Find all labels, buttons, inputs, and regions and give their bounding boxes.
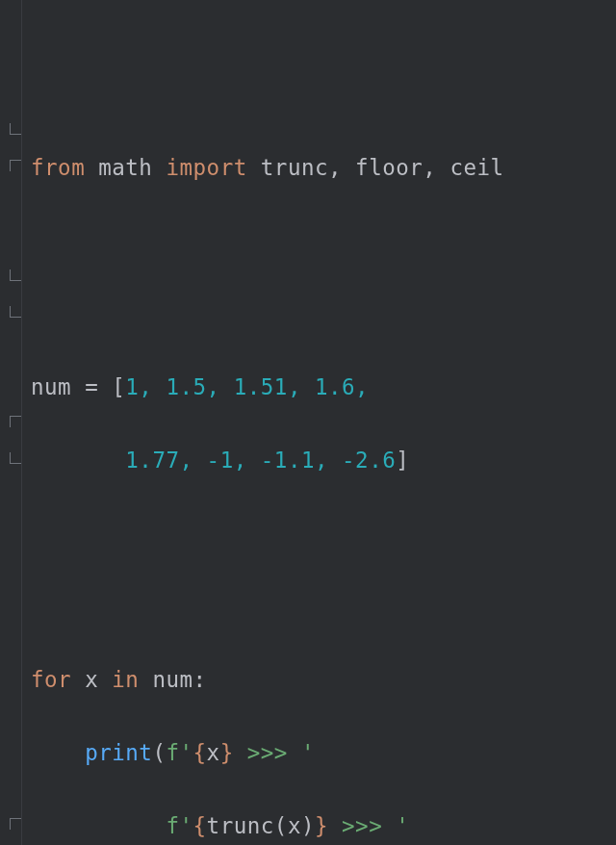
fold-marker[interactable] (10, 452, 21, 464)
fold-marker[interactable] (10, 269, 21, 281)
ws (31, 813, 166, 838)
bracket: [ (112, 374, 125, 399)
ws (31, 448, 125, 473)
fold-marker[interactable] (10, 818, 21, 830)
quote: ' (301, 740, 315, 765)
code-line[interactable]: for x in num: (31, 661, 616, 698)
fold-marker[interactable] (10, 306, 21, 318)
code-line[interactable]: f'{trunc(x)} >>> ' (31, 807, 616, 844)
numbers: 1.77, -1, -1.1, -2.6 (125, 448, 396, 473)
quote: ' (396, 813, 409, 838)
keyword: import (166, 155, 246, 180)
code-line[interactable]: print(f'{x} >>> ' (31, 734, 616, 771)
code-area[interactable]: from math import trunc, floor, ceil num … (0, 113, 616, 845)
fprefix: f (166, 740, 179, 765)
paren: ( (152, 740, 166, 765)
code-line[interactable]: 1.77, -1, -1.1, -2.6] (31, 442, 616, 478)
fold-marker[interactable] (10, 123, 21, 135)
var: x (207, 740, 220, 765)
op: = (85, 374, 112, 399)
fold-marker[interactable] (10, 160, 21, 171)
var: x (85, 667, 98, 692)
keyword: for (31, 667, 71, 692)
code-editor[interactable]: from math import trunc, floor, ceil num … (0, 0, 616, 845)
code-line[interactable]: num = [1, 1.5, 1.51, 1.6, (31, 369, 616, 405)
code-line[interactable] (31, 222, 616, 259)
bracket: ] (396, 448, 409, 473)
brace: } (315, 813, 328, 838)
var: num (152, 667, 192, 692)
paren: ( (274, 813, 288, 838)
ws (31, 740, 85, 765)
fold-marker[interactable] (10, 416, 21, 427)
quote: ' (180, 740, 193, 765)
numbers: 1, 1.5, 1.51, 1.6, (125, 374, 369, 399)
colon: : (193, 667, 207, 692)
func: trunc (207, 813, 274, 838)
code-line[interactable] (31, 515, 616, 551)
brace: { (193, 740, 207, 765)
code-line[interactable] (31, 295, 616, 332)
fold-gutter (0, 0, 22, 845)
brace: { (193, 813, 207, 838)
var: num (31, 374, 85, 399)
quote: ' (180, 813, 193, 838)
fprefix: f (166, 813, 179, 838)
code-line[interactable]: from math import trunc, floor, ceil (31, 149, 616, 186)
string: >>> (328, 813, 396, 838)
code-line[interactable] (31, 588, 616, 625)
builtin: print (85, 740, 152, 765)
brace: } (220, 740, 234, 765)
paren: ) (301, 813, 315, 838)
names: trunc, floor, ceil (261, 155, 504, 180)
var: x (288, 813, 301, 838)
string: >>> (234, 740, 301, 765)
module: math (98, 155, 152, 180)
keyword: in (112, 667, 139, 692)
